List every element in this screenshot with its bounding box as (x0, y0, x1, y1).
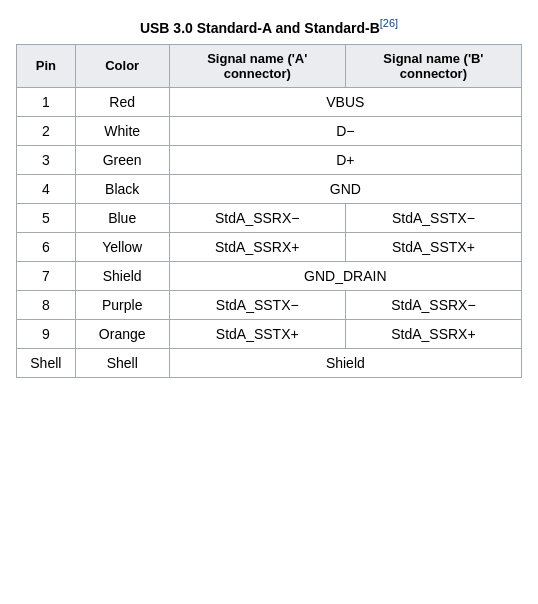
title-text: USB 3.0 Standard-A and Standard-B (140, 20, 380, 36)
cell-signal-merged: D+ (169, 145, 521, 174)
cell-color: Black (75, 174, 169, 203)
cell-signal-a: StdA_SSRX+ (169, 232, 345, 261)
table-row: 7ShieldGND_DRAIN (17, 261, 522, 290)
header-pin: Pin (17, 44, 76, 87)
header-signal-b: Signal name ('B' connector) (345, 44, 521, 87)
cell-signal-merged: GND (169, 174, 521, 203)
table-body: 1RedVBUS2WhiteD−3GreenD+4BlackGND5BlueSt… (17, 87, 522, 377)
cell-color: Green (75, 145, 169, 174)
cell-pin: 4 (17, 174, 76, 203)
cell-pin: Shell (17, 348, 76, 377)
cell-color: Shield (75, 261, 169, 290)
table-row: ShellShellShield (17, 348, 522, 377)
cell-pin: 7 (17, 261, 76, 290)
citation-link[interactable]: [26] (380, 17, 398, 29)
cell-pin: 5 (17, 203, 76, 232)
table-row: 1RedVBUS (17, 87, 522, 116)
cell-signal-a: StdA_SSTX+ (169, 319, 345, 348)
cell-color: Red (75, 87, 169, 116)
cell-color: White (75, 116, 169, 145)
cell-signal-merged: VBUS (169, 87, 521, 116)
table-row: 9OrangeStdA_SSTX+StdA_SSRX+ (17, 319, 522, 348)
cell-signal-b: StdA_SSRX+ (345, 319, 521, 348)
cell-pin: 2 (17, 116, 76, 145)
cell-color: Yellow (75, 232, 169, 261)
table-row: 5BlueStdA_SSRX−StdA_SSTX− (17, 203, 522, 232)
header-signal-a: Signal name ('A' connector) (169, 44, 345, 87)
table-title: USB 3.0 Standard-A and Standard-B[26] (16, 16, 522, 36)
cell-color: Shell (75, 348, 169, 377)
cell-signal-merged: D− (169, 116, 521, 145)
cell-signal-a: StdA_SSTX− (169, 290, 345, 319)
header-color: Color (75, 44, 169, 87)
table-row: 4BlackGND (17, 174, 522, 203)
cell-color: Orange (75, 319, 169, 348)
cell-pin: 1 (17, 87, 76, 116)
table-row: 8PurpleStdA_SSTX−StdA_SSRX− (17, 290, 522, 319)
cell-signal-b: StdA_SSRX− (345, 290, 521, 319)
cell-signal-merged: GND_DRAIN (169, 261, 521, 290)
cell-signal-a: StdA_SSRX− (169, 203, 345, 232)
table-header-row: Pin Color Signal name ('A' connector) Si… (17, 44, 522, 87)
table-row: 6YellowStdA_SSRX+StdA_SSTX+ (17, 232, 522, 261)
cell-signal-b: StdA_SSTX+ (345, 232, 521, 261)
table-row: 3GreenD+ (17, 145, 522, 174)
usb-table: Pin Color Signal name ('A' connector) Si… (16, 44, 522, 378)
cell-pin: 8 (17, 290, 76, 319)
cell-color: Blue (75, 203, 169, 232)
cell-color: Purple (75, 290, 169, 319)
cell-pin: 6 (17, 232, 76, 261)
cell-signal-merged: Shield (169, 348, 521, 377)
cell-pin: 3 (17, 145, 76, 174)
table-wrapper: USB 3.0 Standard-A and Standard-B[26] Pi… (16, 16, 522, 378)
table-row: 2WhiteD− (17, 116, 522, 145)
cell-pin: 9 (17, 319, 76, 348)
cell-signal-b: StdA_SSTX− (345, 203, 521, 232)
